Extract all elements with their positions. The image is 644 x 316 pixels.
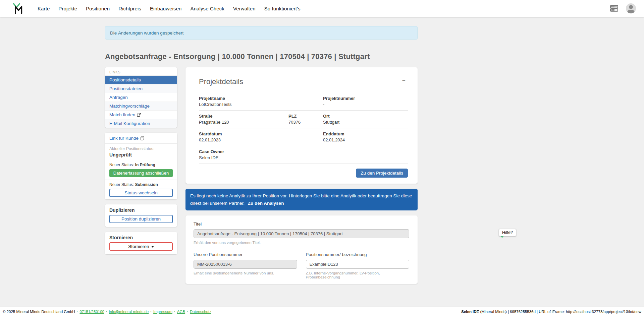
field-label: Case Owner — [199, 149, 408, 154]
avatar-body-shape — [627, 10, 635, 13]
avatar-head-shape — [629, 5, 633, 9]
new-status-value: Submission — [135, 182, 158, 187]
title-field-label: Titel — [194, 222, 409, 227]
footer-impressum-link[interactable]: Impressum — [153, 310, 172, 314]
our-position-number-field — [194, 260, 297, 269]
new-status-line: Neuer Status: In Prüfung — [109, 163, 173, 167]
go-to-analyses-link[interactable]: Zu den Analysen — [248, 201, 284, 206]
current-status-value: Ungeprüft — [109, 152, 173, 157]
nav-item-einbauweisen[interactable]: Einbauweisen — [150, 6, 182, 11]
title-field — [194, 229, 409, 238]
field-value: 02.01.2023 — [199, 137, 323, 143]
main-content: Die Änderungen wurden gespeichert Angebo… — [105, 17, 418, 284]
sidebar-item-positionsdateien[interactable]: Positionsdateien — [105, 84, 177, 93]
table-row: Case Owner Selen IDE — [199, 146, 408, 164]
field-label: Projektnummer — [323, 96, 408, 101]
server-icon[interactable] — [610, 4, 619, 13]
separator-dot: · — [187, 310, 188, 314]
analytics-banner: Es liegt noch keine Analytik zu Ihrer Po… — [185, 189, 418, 210]
page-title: Angebotsanfrage - Entsorgung | 10.000 To… — [105, 52, 418, 61]
position-form-card: Titel Erhält den von uns vorgegebenen Ti… — [185, 215, 418, 284]
current-status-label: Aktueller Positionsstatus: — [109, 146, 173, 151]
field-label: Projektname — [199, 96, 323, 101]
title-field-help: Erhält den von uns vorgegebenen Titel. — [194, 241, 409, 245]
duplicate-position-button[interactable]: Position duplizieren — [109, 215, 173, 223]
customer-link[interactable]: Link für Kunde — [109, 136, 145, 141]
field-label: Ort — [323, 113, 408, 119]
sidebar-item-label: Positionsdateien — [109, 86, 143, 91]
field-label: Enddatum — [323, 131, 408, 137]
nav-item-richtpreis[interactable]: Richtpreis — [118, 6, 141, 11]
separator-dot: · — [150, 310, 152, 314]
mineral-minds-logo — [13, 3, 23, 14]
field-value: Stuttgart — [323, 120, 408, 125]
footer: © 2025 Mineral Minds Deutschland GmbH · … — [0, 307, 644, 316]
table-row: Startdatum 02.01.2023 Enddatum 02.01.202… — [199, 128, 408, 146]
cancel-card: Stornieren Stornieren — [105, 232, 177, 254]
our-position-number-help: Erhält eine systemgenerierte Nummer von … — [194, 271, 297, 275]
footer-left: © 2025 Mineral Minds Deutschland GmbH · … — [3, 310, 211, 314]
table-row: Projektname LotCreationTests Projektnumm… — [199, 93, 408, 111]
project-details-grid: Projektname LotCreationTests Projektnumm… — [199, 93, 408, 164]
caret-down-icon — [151, 246, 154, 248]
nav-item-projekte[interactable]: Projekte — [58, 6, 77, 11]
field-value: 70376 — [288, 120, 323, 125]
main-nav: Karte Projekte Positionen Richtpreis Ein… — [38, 6, 301, 11]
sidebar-item-anfragen[interactable]: Anfragen — [105, 93, 177, 102]
table-row: Straße Pragstraße 120 PLZ 70376 Ort Stut… — [199, 111, 408, 128]
footer-session-text: (Mineral Minds) | 69576255536d | URL of … — [479, 310, 641, 314]
links-card-header: LINKS — [105, 67, 177, 75]
sidebar-item-label: Matchingvorschläge — [109, 103, 150, 109]
field-label: PLZ — [288, 113, 323, 119]
duplicate-header: Duplizieren — [109, 207, 173, 213]
saved-alert-text: Die Änderungen wurden gespeichert — [110, 30, 183, 36]
duplicate-card: Duplizieren Position duplizieren — [105, 204, 177, 227]
sidebar-item-matchingvorschlaege[interactable]: Matchingvorschläge — [105, 102, 177, 110]
links-card: LINKS Positionsdetails Positionsdateien … — [105, 67, 177, 128]
copyright-text: © 2025 Mineral Minds Deutschland GmbH — [3, 310, 75, 314]
separator-dot: · — [77, 310, 78, 314]
new-status-prefix: Neuer Status: — [109, 182, 134, 187]
copy-icon — [140, 136, 145, 140]
project-details-card: Projektdetails − Projektname LotCreation… — [185, 67, 418, 184]
field-label: Startdatum — [199, 131, 323, 137]
cancel-dropdown-button[interactable]: Stornieren — [109, 242, 173, 251]
collapse-icon[interactable]: − — [402, 78, 406, 84]
user-avatar[interactable] — [626, 3, 636, 13]
analytics-banner-text: Es liegt noch keine Analytik zu Ihrer Po… — [190, 193, 412, 206]
separator-dot: · — [106, 310, 107, 314]
footer-session-info: Selen IDE (Mineral Minds) | 69576255536d… — [461, 310, 641, 314]
sidebar-item-label: Anfragen — [109, 94, 128, 100]
go-to-project-details-button[interactable]: Zu den Projektdetails — [356, 169, 408, 178]
sidebar-item-match-finden[interactable]: Match finden — [105, 110, 177, 119]
position-number-help: Z.B. Interne-Vorgangsnummer, LV-Position… — [306, 271, 410, 279]
nav-item-karte[interactable]: Karte — [38, 6, 50, 11]
cancel-button-label: Stornieren — [128, 244, 149, 249]
footer-user-name: Selen IDE — [461, 310, 479, 314]
status-card: Link für Kunde Aktueller Positionsstatus… — [105, 133, 177, 199]
footer-email-link[interactable]: info@mineral-minds.de — [109, 310, 149, 314]
footer-phone-link[interactable]: 07151/250100 — [79, 310, 104, 314]
nav-item-verwalten[interactable]: Verwalten — [233, 6, 256, 11]
nav-item-so-funktionierts[interactable]: So funktioniert's — [264, 6, 301, 11]
footer-agb-link[interactable]: AGB — [177, 310, 185, 314]
position-number-label: Positionsnummer/-bezeichnung — [306, 252, 410, 257]
position-number-field[interactable] — [306, 260, 410, 269]
sidebar-item-email-konfiguration[interactable]: E-Mail Konfiguration — [105, 119, 177, 128]
project-details-title: Projektdetails — [199, 77, 408, 86]
cancel-header: Stornieren — [109, 235, 173, 240]
sidebar-item-positionsdetails[interactable]: Positionsdetails — [105, 75, 177, 84]
footer-datenschutz-link[interactable]: Datenschutz — [190, 310, 211, 314]
complete-data-entry-button[interactable]: Datenerfassung abschließen — [109, 169, 173, 177]
title-divider — [105, 64, 418, 64]
switch-status-button[interactable]: Status wechseln — [109, 189, 173, 197]
nav-item-positionen[interactable]: Positionen — [86, 6, 110, 11]
content-column: Projektdetails − Projektname LotCreation… — [185, 67, 418, 284]
field-label: Straße — [199, 113, 288, 119]
sidebar: LINKS Positionsdetails Positionsdateien … — [105, 67, 177, 254]
nav-item-analyse-check[interactable]: Analyse Check — [191, 6, 224, 11]
sidebar-item-label: Positionsdetails — [109, 77, 141, 83]
help-button[interactable]: Hilfe? — [499, 229, 516, 236]
field-value: Pragstraße 120 — [199, 120, 288, 125]
top-navigation-bar: Karte Projekte Positionen Richtpreis Ein… — [0, 0, 644, 17]
